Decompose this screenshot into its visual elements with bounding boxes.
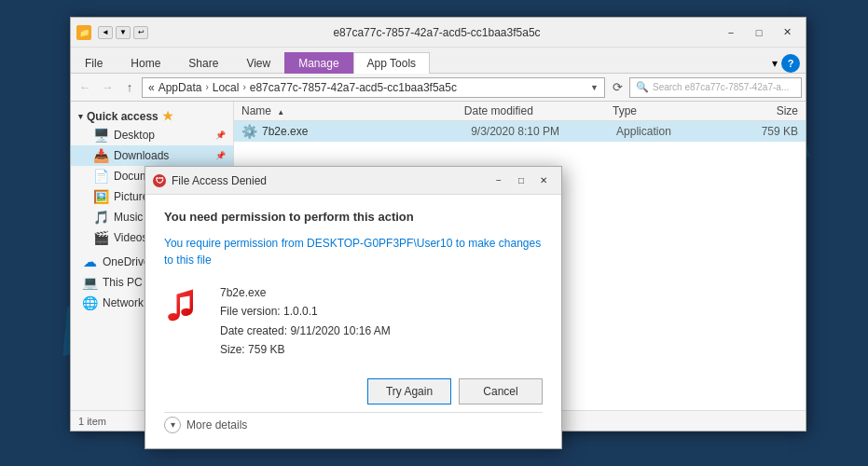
col-date-label: Date modified [464,104,533,117]
dialog-title-bar: 🛡 File Access Denied − □ ✕ [145,167,561,195]
onedrive-icon: ☁ [82,254,97,269]
dialog-version-label: File version: [220,305,281,318]
sidebar-item-desktop[interactable]: 🖥️ Desktop 📌 [71,125,233,145]
file-date: 9/3/2020 8:10 PM [471,125,616,138]
dialog-main-text: You need permission to perform this acti… [164,210,543,224]
dialog-file-icon-container [164,283,209,328]
quick-access-btn-2[interactable]: ▼ [116,26,131,39]
dialog-date-value: 9/11/2020 10:16 AM [290,324,390,337]
dialog-buttons: Try Again Cancel [164,378,543,404]
dialog-size-value: 759 KB [248,343,284,356]
forward-button[interactable]: → [97,77,117,98]
path-appdata[interactable]: AppData [158,81,202,94]
downloads-label: Downloads [114,149,213,162]
dialog-minimize-button[interactable]: − [489,172,509,189]
cancel-button[interactable]: Cancel [459,378,543,404]
pictures-icon: 🖼️ [93,189,108,204]
tab-home[interactable]: Home [117,52,174,74]
quick-access-btn-1[interactable]: ◄ [98,26,113,39]
path-dropdown-icon[interactable]: ▼ [590,83,599,92]
dialog-size-label: Size: [220,343,245,356]
dialog-shield-icon: 🛡 [156,176,164,185]
more-details-icon: ▾ [164,417,181,433]
window-title: e87ca77c-7857-42a7-acd5-cc1baa3f5a5c [156,26,718,39]
network-icon: 🌐 [82,295,97,310]
title-bar: 📁 ◄ ▼ ↩ e87ca77c-7857-42a7-acd5-cc1baa3f… [71,18,806,48]
desktop-icon: 🖥️ [93,128,108,143]
status-text: 1 item [78,416,106,427]
path-nav-icon: « [148,81,155,94]
dialog-sub-text-before: You require permission from [164,237,307,250]
minimize-button[interactable]: − [718,23,744,42]
col-header-date[interactable]: Date modified [464,104,613,117]
sidebar-item-downloads[interactable]: 📥 Downloads 📌 [71,145,233,166]
path-local[interactable]: Local [213,81,240,94]
ribbon-tabs: File Home Share View Manage App Tools ▾ … [71,48,806,74]
desktop-pin-icon: 📌 [215,130,226,140]
back-button[interactable]: ← [75,77,95,98]
quick-access-star: ★ [162,109,173,123]
path-folder[interactable]: e87ca77c-7857-42a7-acd5-cc1baa3f5a5c [250,81,457,94]
dialog-version-value: 1.0.0.1 [283,305,318,318]
tab-app-tools[interactable]: App Tools [353,52,430,74]
more-details-text[interactable]: More details [186,418,247,432]
tab-share[interactable]: Share [174,52,232,74]
dialog-more-section: ▾ More details [164,412,543,433]
window-controls: − □ ✕ [718,23,800,42]
try-again-button[interactable]: Try Again [367,378,451,404]
dialog-title-text: File Access Denied [172,174,483,187]
dialog-date-label: Date created: [220,324,287,337]
search-placeholder[interactable]: Search e87ca77c-7857-42a7-a... [653,82,789,92]
folder-icon: 📁 [76,25,91,40]
dialog-close-button[interactable]: ✕ [533,172,554,189]
expand-ribbon-icon[interactable]: ▾ [772,57,778,70]
quick-access-label: Quick access [87,110,158,123]
quick-access-chevron: ▾ [78,112,83,121]
dialog-detail-version: File version: 1.0.0.1 [220,302,391,321]
file-list-header: Name ▲ Date modified Type Size [234,102,806,121]
search-bar: 🔍 Search e87ca77c-7857-42a7-a... [629,77,802,98]
documents-icon: 📄 [93,169,108,184]
col-header-size[interactable]: Size [723,104,798,117]
file-name: 7b2e.exe [262,125,471,138]
col-size-label: Size [777,104,798,117]
dialog-file-details: 7b2e.exe File version: 1.0.0.1 Date crea… [220,283,391,360]
search-icon: 🔍 [636,81,649,93]
title-bar-left: 📁 ◄ ▼ ↩ [76,25,148,40]
tab-view[interactable]: View [232,52,284,74]
tab-file[interactable]: File [71,52,117,74]
videos-icon: 🎬 [93,230,108,245]
col-name-label: Name [241,104,271,117]
thispc-icon: 💻 [82,275,97,290]
table-row[interactable]: ⚙️ 7b2e.exe 9/3/2020 8:10 PM Application… [234,121,806,142]
downloads-pin-icon: 📌 [215,151,226,160]
refresh-button[interactable]: ⟳ [607,77,627,98]
dialog-file-info: 7b2e.exe File version: 1.0.0.1 Date crea… [164,283,543,360]
dialog-maximize-button[interactable]: □ [511,172,531,189]
dialog-detail-filename: 7b2e.exe [220,283,391,302]
col-type-label: Type [613,104,637,117]
tab-manage[interactable]: Manage [284,52,352,74]
address-path[interactable]: « AppData › Local › e87ca77c-7857-42a7-a… [142,77,605,98]
file-exe-icon: ⚙️ [241,124,256,139]
ribbon-right: ▾ ? [772,54,806,73]
quick-access-btn-3[interactable]: ↩ [133,26,148,39]
path-sep-2: › [242,82,245,92]
desktop-label: Desktop [114,129,213,142]
up-button[interactable]: ↑ [119,77,140,98]
dialog-detail-date: Date created: 9/11/2020 10:16 AM [220,322,391,340]
dialog-sub-text: You require permission from DESKTOP-G0PF… [164,235,543,268]
file-size: 759 KB [725,125,798,138]
close-button[interactable]: ✕ [774,23,800,42]
maximize-button[interactable]: □ [746,23,772,42]
music-icon: 🎵 [93,210,108,225]
col-header-name[interactable]: Name ▲ [241,104,464,117]
file-type: Application [616,125,725,138]
address-bar: ← → ↑ « AppData › Local › e87ca77c-7857-… [71,74,806,102]
quick-access-section[interactable]: ▾ Quick access ★ [71,105,233,125]
folder-icon-glyph: 📁 [79,28,90,37]
file-access-denied-dialog: 🛡 File Access Denied − □ ✕ You need perm… [145,166,562,449]
help-button[interactable]: ? [781,54,800,73]
col-header-type[interactable]: Type [613,104,723,117]
downloads-icon: 📥 [93,148,108,163]
